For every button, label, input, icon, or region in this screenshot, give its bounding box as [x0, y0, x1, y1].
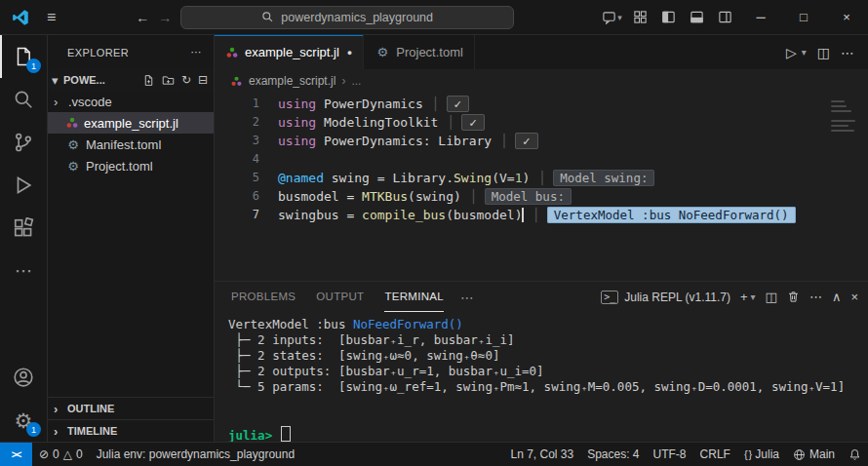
toml-file-icon: ⚙ [65, 159, 81, 174]
toggle-primary-sidebar-icon[interactable] [654, 0, 683, 34]
tree-item-vscode[interactable]: › .vscode [48, 91, 214, 112]
collapse-all-icon[interactable]: ⊟ [198, 73, 208, 87]
explorer-view-icon[interactable]: 1 [0, 35, 47, 78]
warning-icon: △ [63, 447, 72, 461]
file-name: Manifest.toml [86, 137, 161, 152]
customize-layout-icon[interactable] [626, 0, 654, 34]
split-editor-icon[interactable]: ◫ [817, 45, 830, 60]
modified-dot-icon[interactable]: ● [347, 48, 352, 58]
terminal-dropdown-icon[interactable]: ▾ [751, 291, 756, 302]
julia-module-status[interactable]: Main [786, 443, 842, 466]
new-terminal-icon[interactable]: + [740, 290, 748, 304]
chat-dropdown-icon[interactable]: ▾ [598, 0, 626, 34]
extensions-icon[interactable] [0, 207, 47, 250]
vscode-window: ≡ ← → powerdynamics_playground ▾ [0, 0, 868, 466]
menu-icon[interactable]: ≡ [47, 9, 56, 26]
toggle-secondary-sidebar-icon[interactable] [711, 0, 739, 34]
back-icon[interactable]: ← [136, 10, 149, 25]
problems-status[interactable]: ⊘ 0 △ 0 [32, 443, 90, 466]
tab-problems[interactable]: PROBLEMS [231, 282, 296, 312]
notifications-bell[interactable] [842, 443, 868, 466]
more-views-icon[interactable]: ⋯ [0, 250, 47, 292]
line-number: 5 [215, 169, 278, 187]
new-folder-icon[interactable] [162, 74, 175, 87]
tree-item-project[interactable]: ⚙ Project.toml [48, 155, 214, 176]
close-panel-icon[interactable]: × [850, 290, 858, 304]
toml-file-icon: ⚙ [65, 137, 81, 152]
inline-result[interactable]: ✓ [515, 133, 538, 149]
close-window-button[interactable]: × [825, 0, 868, 34]
minimize-button[interactable]: ─ [739, 0, 782, 34]
outline-section[interactable]: › OUTLINE [48, 397, 214, 419]
explorer-badge: 1 [26, 58, 41, 73]
split-terminal-icon[interactable]: ◫ [766, 290, 777, 304]
editor-more-icon[interactable]: ⋯ [841, 45, 854, 60]
julia-env-status[interactable]: Julia env: powerdynamics_playground [90, 443, 301, 466]
tab-terminal[interactable]: TERMINAL [384, 282, 444, 312]
minimap[interactable] [831, 100, 856, 132]
refresh-icon[interactable]: ↻ [181, 73, 191, 87]
code-line[interactable]: 5@named swing = Library.Swing(V=1)│Model… [215, 169, 868, 187]
file-name: example_script.jl [84, 116, 178, 131]
terminal-more-icon[interactable]: ⋯ [809, 290, 822, 304]
code-line[interactable]: 2using ModelingToolkit│✓ [215, 113, 868, 132]
tab-output[interactable]: OUTPUT [316, 282, 364, 312]
inline-result[interactable]: ✓ [447, 96, 470, 112]
breadcrumb[interactable]: example_script.jl › ... [215, 69, 868, 93]
run-dropdown-icon[interactable]: ▾ [802, 47, 807, 58]
toggle-panel-icon[interactable] [683, 0, 711, 34]
tab-project-toml[interactable]: ⚙ Project.toml [364, 35, 475, 69]
search-view-icon[interactable] [0, 78, 47, 121]
terminal-cursor [281, 426, 291, 442]
cursor-position-status[interactable]: Ln 7, Col 33 [503, 443, 580, 466]
kill-terminal-icon[interactable] [787, 291, 800, 303]
code-line[interactable]: 7swingbus = compile_bus(busmodel)│Vertex… [215, 206, 868, 224]
chevron-right-icon: › [54, 402, 63, 416]
source-control-icon[interactable] [0, 121, 47, 164]
project-section-header[interactable]: ▾ POWE... ↻ ⊟ [48, 69, 214, 91]
settings-gear-icon[interactable]: ⚙ 1 [0, 399, 47, 442]
code-line[interactable]: 6busmodel = MTKBus(swing)│Model bus: [215, 187, 868, 206]
line-number: 7 [215, 206, 278, 224]
error-icon: ⊘ [39, 447, 49, 461]
code-text: using ModelingToolkit│✓ [278, 113, 485, 132]
code-line[interactable]: 4 [215, 150, 868, 169]
panel-tabs-more-icon[interactable]: ⋯ [460, 290, 474, 305]
tree-item-example-script[interactable]: example_script.jl [48, 112, 214, 134]
breadcrumb-more[interactable]: ... [351, 74, 361, 88]
tab-example-script[interactable]: example_script.jl ● [215, 35, 364, 69]
file-tree: › .vscode example_script.jl ⚙ Manifest.t… [48, 91, 214, 176]
code-line[interactable]: 3using PowerDynamics: Library│✓ [215, 132, 868, 150]
code-text: swingbus = compile_bus(busmodel)│VertexM… [278, 206, 796, 224]
code-text: using PowerDynamics: Library│✓ [278, 132, 538, 150]
terminal-line: ├─ 2 states: [swing₊ω≈0, swing₊θ≈0] [228, 348, 854, 364]
inline-result[interactable]: Model bus: [485, 188, 572, 205]
terminal-output[interactable]: VertexModel :bus NoFeedForward() ├─ 2 in… [215, 312, 868, 442]
code-line[interactable]: 1using PowerDynamics│✓ [215, 95, 868, 113]
maximize-button[interactable]: □ [782, 0, 825, 34]
project-name: POWE... [63, 74, 105, 86]
inline-result[interactable]: ✓ [461, 114, 485, 131]
encoding-status[interactable]: UTF-8 [647, 443, 693, 466]
terminal-instance-julia-repl[interactable]: >_ Julia REPL (v1.11.7) [601, 291, 730, 304]
remote-indicator[interactable]: >< [0, 443, 32, 466]
inline-result[interactable]: VertexModel :bus NoFeedForward() [547, 207, 796, 223]
run-file-icon[interactable]: ▷ [786, 45, 797, 60]
command-center-search[interactable]: powerdynamics_playground [180, 6, 514, 29]
explorer-more-icon[interactable]: ⋯ [191, 46, 202, 58]
new-file-icon[interactable] [142, 74, 155, 87]
inline-result-separator: │ [432, 97, 440, 111]
breadcrumb-file[interactable]: example_script.jl [249, 74, 335, 88]
inline-result[interactable]: Model swing: [553, 170, 654, 186]
eol-status[interactable]: CRLF [693, 443, 737, 466]
forward-icon[interactable]: → [158, 10, 172, 25]
maximize-panel-icon[interactable]: ∧ [832, 290, 842, 304]
tree-item-manifest[interactable]: ⚙ Manifest.toml [48, 134, 214, 155]
timeline-section[interactable]: › TIMELINE [48, 419, 214, 442]
account-icon[interactable] [0, 356, 47, 399]
indentation-status[interactable]: Spaces: 4 [580, 443, 646, 466]
language-status[interactable]: { } Julia [737, 443, 786, 466]
terminal-line [228, 410, 854, 426]
code-editor[interactable]: 1using PowerDynamics│✓2using ModelingToo… [215, 93, 868, 281]
run-debug-icon[interactable] [0, 164, 47, 207]
